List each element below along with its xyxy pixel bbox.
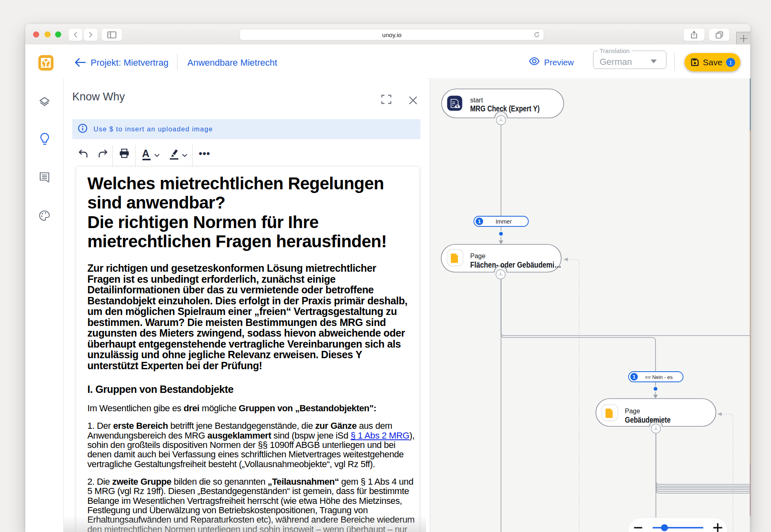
svg-text:Page: Page bbox=[625, 408, 640, 415]
svg-text:MRG Check (Expert Y): MRG Check (Expert Y) bbox=[470, 104, 540, 113]
svg-text:Immer: Immer bbox=[495, 218, 512, 225]
svg-text:1: 1 bbox=[633, 374, 635, 380]
svg-text:Page: Page bbox=[470, 253, 485, 259]
svg-text:Flächen- oder Gebäudemi…: Flächen- oder Gebäudemi… bbox=[470, 260, 561, 269]
svg-text:start: start bbox=[470, 97, 483, 104]
svg-text:== Nein - es: == Nein - es bbox=[645, 375, 673, 380]
svg-text:1: 1 bbox=[478, 219, 481, 224]
svg-text:Gebäudemiete: Gebäudemiete bbox=[625, 415, 671, 424]
